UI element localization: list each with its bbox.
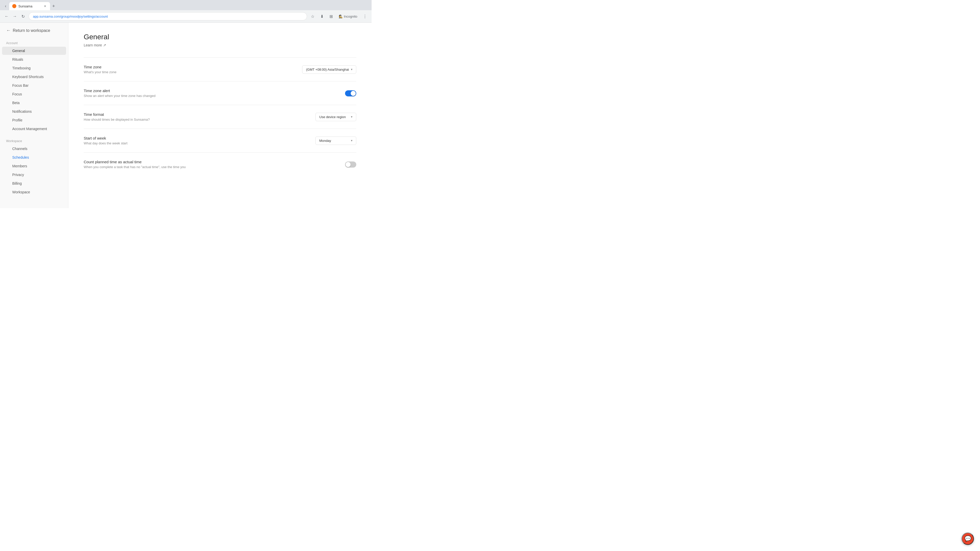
tab-close-button[interactable]: ✕ xyxy=(43,4,47,8)
bookmark-button[interactable]: ☆ xyxy=(309,13,316,20)
browser-tab-active[interactable]: Sunsama ✕ xyxy=(9,2,50,10)
download-button[interactable]: ⬇ xyxy=(318,13,325,20)
return-to-workspace-label: Return to workspace xyxy=(13,28,50,33)
forward-button[interactable]: → xyxy=(11,13,18,20)
address-bar: ← → ↻ app.sunsama.com/group/moodjoy/sett… xyxy=(0,10,372,22)
time-format-control: Use device region ▾ xyxy=(315,113,356,121)
sidebar-item-privacy[interactable]: Privacy xyxy=(2,171,66,179)
learn-more-label: Learn more xyxy=(84,43,102,47)
back-button[interactable]: ← xyxy=(3,13,10,20)
extensions-button[interactable]: ⊞ xyxy=(328,13,334,20)
timezone-dropdown[interactable]: (GMT +08:00) Asia/Shanghai ▾ xyxy=(302,65,356,74)
browser-actions: ☆ ⬇ ⊞ 🕵 Incognito ⋮ xyxy=(309,13,369,20)
incognito-button[interactable]: 🕵 Incognito xyxy=(337,14,360,19)
timezone-info: Time zone What's your time zone xyxy=(84,65,292,74)
sidebar-item-members[interactable]: Members xyxy=(2,162,66,170)
timezone-alert-label: Time zone alert xyxy=(84,89,335,93)
count-planned-time-desc: When you complete a task that has no "ac… xyxy=(84,165,335,169)
nav-controls: ← → ↻ xyxy=(3,13,27,20)
menu-button[interactable]: ⋮ xyxy=(361,13,369,20)
start-of-week-dropdown[interactable]: Monday ▾ xyxy=(315,137,356,145)
sidebar-item-focus[interactable]: Focus xyxy=(2,90,66,98)
sidebar-item-timeboxing[interactable]: Timeboxing xyxy=(2,64,66,72)
start-of-week-label: Start of week xyxy=(84,136,305,140)
sidebar-item-billing[interactable]: Billing xyxy=(2,179,66,187)
sidebar-item-schedules[interactable]: Schedules xyxy=(2,153,66,162)
sidebar-item-rituals[interactable]: Rituals xyxy=(2,56,66,64)
workspace-section-label: Workspace xyxy=(0,137,68,144)
timezone-alert-toggle[interactable] xyxy=(345,90,356,97)
count-planned-time-info: Count planned time as actual time When y… xyxy=(84,160,335,169)
account-section-label: Account xyxy=(0,39,68,46)
sidebar-item-general[interactable]: General xyxy=(2,47,66,55)
timezone-alert-desc: Show an alert when your time zone has ch… xyxy=(84,94,335,98)
sidebar-item-workspace[interactable]: Workspace xyxy=(2,188,66,196)
time-format-label: Time format xyxy=(84,112,305,117)
sidebar-item-account-management[interactable]: Account Management xyxy=(2,125,66,133)
settings-row-timezone-alert: Time zone alert Show an alert when your … xyxy=(84,81,356,105)
sidebar-item-keyboard-shortcuts[interactable]: Keyboard Shortcuts xyxy=(2,73,66,81)
time-format-dropdown-arrow: ▾ xyxy=(351,115,352,119)
start-of-week-desc: What day does the week start xyxy=(84,141,305,145)
timezone-alert-control xyxy=(345,90,356,97)
main-content: General Learn more ↗ Time zone What's yo… xyxy=(68,23,372,208)
start-of-week-dropdown-arrow: ▾ xyxy=(351,139,352,142)
timezone-alert-toggle-knob xyxy=(351,91,356,96)
external-link-icon: ↗ xyxy=(103,43,106,47)
url-text: app.sunsama.com/group/moodjoy/settings/a… xyxy=(33,14,108,18)
settings-row-count-planned-time: Count planned time as actual time When y… xyxy=(84,152,356,176)
app-container: ← Return to workspace Account General Ri… xyxy=(0,23,372,208)
sidebar-item-channels[interactable]: Channels xyxy=(2,144,66,153)
timezone-dropdown-arrow: ▾ xyxy=(351,68,352,71)
count-planned-time-control xyxy=(345,161,356,168)
return-to-workspace-link[interactable]: ← Return to workspace xyxy=(0,23,68,39)
start-of-week-value: Monday xyxy=(319,139,331,143)
timezone-label: Time zone xyxy=(84,65,292,69)
count-planned-time-toggle-knob xyxy=(345,162,351,167)
time-format-value: Use device region xyxy=(319,115,346,119)
time-format-info: Time format How should times be displaye… xyxy=(84,112,305,121)
timezone-value: (GMT +08:00) Asia/Shanghai xyxy=(306,68,349,71)
tab-title-label: Sunsama xyxy=(18,4,41,8)
timezone-control: (GMT +08:00) Asia/Shanghai ▾ xyxy=(302,65,356,74)
page-title: General xyxy=(84,33,356,41)
reload-button[interactable]: ↻ xyxy=(19,13,27,20)
return-arrow-icon: ← xyxy=(6,28,11,33)
time-format-desc: How should times be displayed in Sunsama… xyxy=(84,118,305,121)
start-of-week-info: Start of week What day does the week sta… xyxy=(84,136,305,145)
timezone-alert-info: Time zone alert Show an alert when your … xyxy=(84,89,335,98)
settings-row-time-format: Time format How should times be displaye… xyxy=(84,105,356,129)
timezone-desc: What's your time zone xyxy=(84,70,292,74)
incognito-label: Incognito xyxy=(344,14,357,18)
tab-favicon xyxy=(12,4,16,8)
incognito-icon: 🕵 xyxy=(339,14,343,18)
url-bar[interactable]: app.sunsama.com/group/moodjoy/settings/a… xyxy=(29,12,307,21)
sidebar-item-notifications[interactable]: Notifications xyxy=(2,107,66,116)
settings-row-timezone: Time zone What's your time zone (GMT +08… xyxy=(84,58,356,81)
time-format-dropdown[interactable]: Use device region ▾ xyxy=(315,113,356,121)
count-planned-time-label: Count planned time as actual time xyxy=(84,160,335,164)
start-of-week-control: Monday ▾ xyxy=(315,137,356,145)
sidebar-item-beta[interactable]: Beta xyxy=(2,99,66,107)
sidebar-item-profile[interactable]: Profile xyxy=(2,116,66,124)
tab-bar: ‹ Sunsama ✕ + xyxy=(0,0,372,10)
count-planned-time-toggle[interactable] xyxy=(345,162,356,168)
browser-chrome: ‹ Sunsama ✕ + ← → ↻ app.sunsama.com/grou… xyxy=(0,0,372,23)
new-tab-button[interactable]: + xyxy=(50,3,57,10)
sidebar: ← Return to workspace Account General Ri… xyxy=(0,23,68,208)
sidebar-item-focus-bar[interactable]: Focus Bar xyxy=(2,81,66,89)
settings-row-start-of-week: Start of week What day does the week sta… xyxy=(84,129,356,152)
learn-more-link[interactable]: Learn more ↗ xyxy=(84,43,356,47)
tab-nav-back[interactable]: ‹ xyxy=(2,3,9,10)
